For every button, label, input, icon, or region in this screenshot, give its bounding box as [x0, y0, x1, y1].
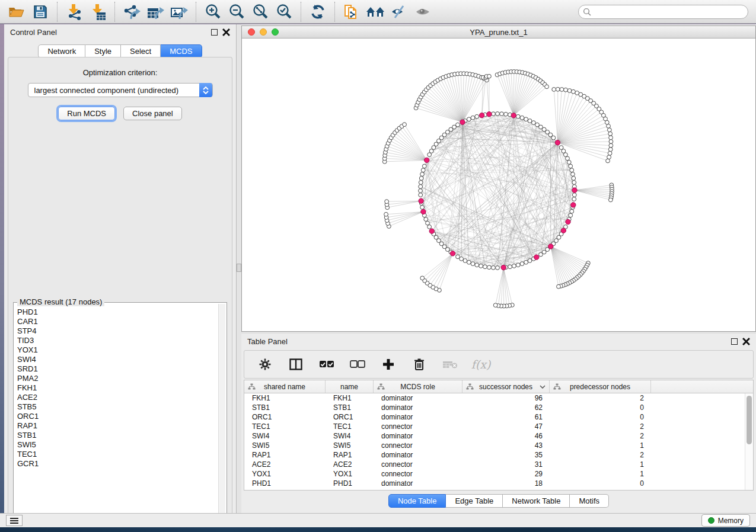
- network-node[interactable]: [419, 193, 423, 197]
- network-node[interactable]: [385, 200, 389, 204]
- network-node[interactable]: [552, 88, 556, 92]
- cell-predecessor-nodes[interactable]: 0: [550, 403, 651, 412]
- cell-shared-name[interactable]: ACE2: [244, 460, 326, 469]
- network-node[interactable]: [421, 168, 425, 172]
- mcds-hub-node[interactable]: [424, 158, 429, 162]
- mcds-result-item[interactable]: YOX1: [17, 345, 217, 355]
- column-header-shared-name[interactable]: shared name: [244, 380, 326, 393]
- network-node[interactable]: [508, 265, 512, 269]
- table-row[interactable]: SWI5SWI5connector431: [244, 441, 745, 450]
- cell-successor-nodes[interactable]: 29: [462, 470, 550, 478]
- network-node[interactable]: [520, 262, 524, 266]
- network-node[interactable]: [572, 193, 576, 197]
- cell-shared-name[interactable]: PHD1: [244, 479, 326, 488]
- table-options-button[interactable]: [256, 354, 274, 374]
- cell-MCDS-role[interactable]: connector: [374, 460, 462, 469]
- mcds-hub-node[interactable]: [501, 265, 506, 270]
- network-node[interactable]: [456, 255, 460, 259]
- cell-MCDS-role[interactable]: dominator: [374, 432, 462, 440]
- export-image-button[interactable]: [167, 2, 191, 22]
- network-node[interactable]: [528, 119, 532, 123]
- table-row[interactable]: RAP1RAP1dominator352: [244, 450, 745, 460]
- cell-successor-nodes[interactable]: 31: [462, 460, 550, 469]
- cell-name[interactable]: FKH1: [326, 394, 374, 402]
- close-panel-button[interactable]: Close panel: [123, 107, 182, 120]
- network-node[interactable]: [428, 153, 432, 157]
- cell-name[interactable]: STB1: [326, 403, 374, 412]
- table-row[interactable]: TEC1TEC1connector472: [244, 422, 745, 431]
- mcds-result-item[interactable]: PMA2: [17, 374, 217, 383]
- network-node[interactable]: [419, 181, 423, 185]
- cell-successor-nodes[interactable]: 62: [462, 403, 550, 412]
- network-node[interactable]: [556, 87, 560, 91]
- memory-button[interactable]: Memory: [701, 514, 750, 527]
- vertical-splitter[interactable]: [237, 24, 241, 513]
- mcds-hub-node[interactable]: [555, 140, 560, 145]
- network-node[interactable]: [504, 112, 508, 116]
- network-node[interactable]: [460, 257, 464, 261]
- delete-column-button[interactable]: [410, 354, 428, 374]
- column-header-MCDS-role[interactable]: MCDS role: [374, 380, 462, 393]
- cell-shared-name[interactable]: ORC1: [244, 413, 326, 421]
- network-node[interactable]: [467, 260, 471, 264]
- cell-name[interactable]: PHD1: [326, 479, 374, 488]
- table-row[interactable]: SWI4SWI4dominator462: [244, 431, 745, 441]
- network-node[interactable]: [428, 225, 432, 229]
- network-node[interactable]: [608, 132, 613, 136]
- cell-predecessor-nodes[interactable]: 1: [550, 460, 651, 469]
- network-node[interactable]: [483, 265, 487, 269]
- mcds-result-item[interactable]: SRD1: [17, 364, 217, 374]
- cell-name[interactable]: YOX1: [326, 470, 374, 478]
- cell-predecessor-nodes[interactable]: 2: [550, 451, 651, 459]
- network-node[interactable]: [487, 74, 492, 78]
- save-session-button[interactable]: [28, 2, 52, 22]
- mcds-result-item[interactable]: STB5: [17, 402, 217, 412]
- splitter-handle[interactable]: [237, 264, 241, 272]
- scrollbar-thumb[interactable]: [747, 396, 752, 444]
- network-node[interactable]: [419, 185, 423, 189]
- tab-style[interactable]: Style: [85, 44, 121, 58]
- cell-successor-nodes[interactable]: 96: [462, 394, 550, 402]
- network-node[interactable]: [419, 189, 423, 193]
- network-node[interactable]: [479, 264, 483, 268]
- network-node[interactable]: [570, 209, 574, 213]
- cell-predecessor-nodes[interactable]: 0: [550, 479, 651, 488]
- network-node[interactable]: [500, 112, 504, 116]
- column-header-name[interactable]: name: [326, 380, 374, 393]
- mcds-result-item[interactable]: PHD1: [17, 307, 217, 317]
- network-node[interactable]: [531, 121, 535, 125]
- cell-predecessor-nodes[interactable]: 2: [550, 432, 651, 440]
- open-session-button[interactable]: [5, 2, 28, 22]
- network-node[interactable]: [520, 116, 524, 120]
- cell-predecessor-nodes[interactable]: 2: [550, 394, 651, 402]
- network-node[interactable]: [492, 265, 496, 270]
- float-panel-button[interactable]: [211, 29, 218, 36]
- cell-name[interactable]: SWI4: [326, 432, 374, 440]
- run-mcds-button[interactable]: Run MCDS: [58, 107, 115, 120]
- network-node[interactable]: [564, 88, 568, 92]
- cell-name[interactable]: RAP1: [326, 451, 374, 459]
- network-canvas[interactable]: [242, 39, 755, 331]
- table-vertical-scrollbar[interactable]: [745, 393, 753, 490]
- network-node[interactable]: [560, 88, 564, 92]
- refresh-button[interactable]: [306, 2, 330, 22]
- cell-shared-name[interactable]: RAP1: [244, 451, 326, 459]
- mcds-result-item[interactable]: TEC1: [17, 450, 217, 459]
- network-node[interactable]: [471, 262, 475, 266]
- cell-name[interactable]: ORC1: [326, 413, 374, 421]
- network-node[interactable]: [420, 172, 425, 177]
- mcds-result-item[interactable]: TID3: [17, 336, 217, 345]
- cell-shared-name[interactable]: STB1: [244, 403, 326, 412]
- mcds-hub-node[interactable]: [450, 251, 455, 256]
- network-node[interactable]: [475, 114, 479, 118]
- cell-name[interactable]: TEC1: [326, 422, 374, 431]
- tab-motifs[interactable]: Motifs: [570, 494, 609, 508]
- cell-successor-nodes[interactable]: 35: [462, 451, 550, 459]
- network-node[interactable]: [571, 172, 575, 177]
- mcds-list-scrollbar[interactable]: [218, 304, 225, 522]
- zoom-out-button[interactable]: [225, 2, 248, 22]
- cell-MCDS-role[interactable]: connector: [374, 422, 462, 431]
- cell-MCDS-role[interactable]: dominator: [374, 451, 462, 459]
- network-node[interactable]: [539, 252, 543, 257]
- column-header-predecessor-nodes[interactable]: predecessor nodes: [550, 380, 651, 393]
